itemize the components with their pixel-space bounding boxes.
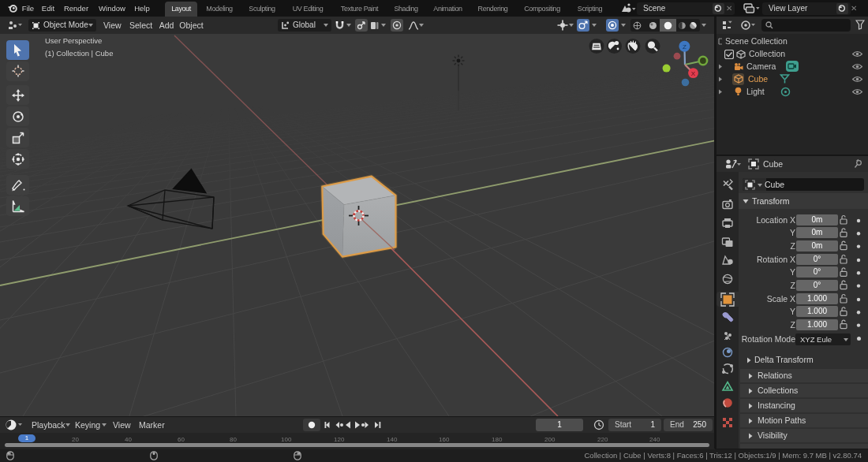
svg-text:X: X [691, 70, 696, 77]
svg-text:Z: Z [683, 43, 687, 50]
svg-text:Y: Y [701, 58, 705, 65]
